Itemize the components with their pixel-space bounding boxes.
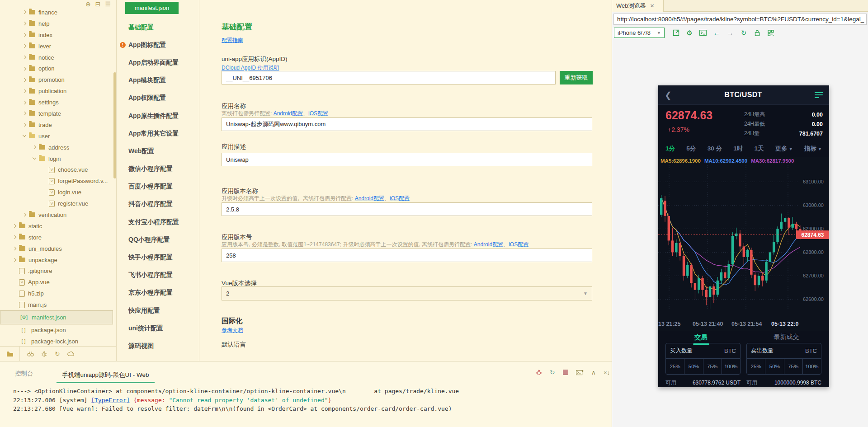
- tree-item-package.json[interactable]: [ ]package.json: [0, 324, 113, 336]
- back-chevron-icon[interactable]: ❮: [665, 90, 672, 100]
- refresh-project-icon[interactable]: ↻: [55, 350, 60, 357]
- stop-icon[interactable]: [563, 370, 568, 375]
- manifest-menu-item[interactable]: 快手小程序配置: [117, 249, 199, 266]
- lock-icon[interactable]: [750, 30, 764, 36]
- new-terminal-icon[interactable]: [576, 370, 584, 375]
- dropdown-指标[interactable]: 指标▼: [804, 145, 822, 153]
- sell-amount-input[interactable]: 卖出数量: [751, 347, 774, 355]
- manifest-file-tab[interactable]: manifest.json: [125, 2, 179, 14]
- back-icon[interactable]: ←: [710, 29, 723, 37]
- manifest-menu-item[interactable]: App模块配置: [117, 72, 199, 89]
- manifest-menu-item[interactable]: 微信小程序配置: [117, 160, 199, 178]
- android-config-link[interactable]: Android配置: [274, 110, 303, 117]
- manifest-menu-item[interactable]: 飞书小程序配置: [117, 267, 199, 284]
- percent-button-50%[interactable]: 50%: [765, 359, 784, 374]
- tree-item-unimodules[interactable]: uni_modules: [0, 243, 113, 254]
- appid-input[interactable]: __UNI__6951706: [222, 71, 556, 84]
- chevron-right-icon[interactable]: [12, 223, 19, 229]
- chevron-down-icon[interactable]: [32, 156, 39, 161]
- tree-item-register.vue[interactable]: Vregister.vue: [0, 198, 113, 209]
- percent-button-75%[interactable]: 75%: [703, 359, 722, 374]
- file-tree-scrollbar[interactable]: [113, 72, 116, 178]
- app-name-input[interactable]: Uniswap-起步源码网www.qibuym.com: [222, 117, 592, 131]
- tree-item-App.vue[interactable]: VApp.vue: [0, 277, 113, 288]
- manifest-menu-item[interactable]: App权限配置: [117, 89, 199, 107]
- reload-icon[interactable]: ↻: [737, 29, 750, 37]
- dropdown-更多[interactable]: 更多▼: [775, 145, 793, 153]
- device-select[interactable]: iPhone 6/7/8▼: [614, 28, 665, 38]
- forward-icon[interactable]: →: [723, 29, 737, 37]
- percent-button-100%[interactable]: 100%: [722, 359, 740, 374]
- manifest-menu-item[interactable]: 京东小程序配置: [117, 284, 199, 302]
- manifest-menu-item[interactable]: App常用其它设置: [117, 125, 199, 142]
- tree-item-package-lock.json[interactable]: [ ]package-lock.json: [0, 336, 113, 347]
- manifest-menu-item[interactable]: App启动界面配置: [117, 54, 199, 71]
- chevron-right-icon[interactable]: [22, 122, 29, 127]
- search-binoculars-icon[interactable]: [27, 351, 34, 357]
- chevron-right-icon[interactable]: [22, 212, 29, 217]
- tree-item-finance[interactable]: finance: [0, 7, 113, 18]
- tree-item-verification[interactable]: verification: [0, 209, 113, 221]
- chevron-right-icon[interactable]: [12, 235, 19, 240]
- market-list-icon[interactable]: [815, 92, 823, 98]
- project-view-tab[interactable]: [0, 347, 20, 361]
- manifest-menu-item[interactable]: !App图标配置: [117, 36, 199, 54]
- browser-url-input[interactable]: http://localhost:8080/h5/#/pages/trade/k…: [613, 14, 867, 25]
- chevron-down-icon[interactable]: [22, 133, 29, 139]
- manifest-menu-item[interactable]: 抖音小程序配置: [117, 196, 199, 213]
- manifest-menu-item[interactable]: QQ小程序配置: [117, 231, 199, 249]
- manifest-menu-item[interactable]: 支付宝小程序配置: [117, 213, 199, 231]
- debug-bug-icon[interactable]: [536, 370, 542, 375]
- timeframe-1时[interactable]: 1时: [733, 145, 743, 153]
- tree-item-option[interactable]: option: [0, 63, 113, 74]
- settings-gear-icon[interactable]: ⚙: [683, 29, 696, 37]
- tree-item-help[interactable]: help: [0, 18, 113, 29]
- ios-config-link[interactable]: iOS配置: [308, 110, 328, 117]
- manifest-menu-item[interactable]: uni统计配置: [117, 319, 199, 337]
- manifest-menu-item[interactable]: 快应用配置: [117, 302, 199, 319]
- browser-tab[interactable]: Web浏览器 ✕: [612, 0, 664, 12]
- debug-bug-icon[interactable]: [41, 351, 47, 357]
- chevron-right-icon[interactable]: [22, 66, 29, 71]
- vue-version-select[interactable]: 2▼: [222, 286, 592, 300]
- tree-item-manifest.json[interactable]: [⚙]manifest.json: [0, 310, 113, 324]
- chevron-right-icon[interactable]: [22, 89, 29, 94]
- manifest-menu-item[interactable]: 基础配置: [117, 19, 199, 36]
- config-guide-link[interactable]: 配置指南: [222, 37, 243, 43]
- chevron-right-icon[interactable]: [22, 21, 29, 26]
- tree-item-login[interactable]: login: [0, 153, 113, 164]
- app-desc-input[interactable]: Uniswap: [222, 153, 592, 166]
- percent-button-25%[interactable]: 25%: [747, 359, 765, 374]
- tree-item-.gitignore[interactable]: .gitignore: [0, 265, 113, 277]
- tree-item-static[interactable]: static: [0, 221, 113, 232]
- tree-item-lever[interactable]: lever: [0, 41, 113, 52]
- chevron-right-icon[interactable]: [22, 43, 29, 49]
- tree-item-promotion[interactable]: promotion: [0, 74, 113, 85]
- kline-chart-svg[interactable]: 63100.0063000.0062900.0062800.0062700.00…: [658, 165, 829, 314]
- manifest-menu-item[interactable]: 源码视图: [117, 337, 199, 355]
- android-config-link3[interactable]: Android配置: [474, 241, 503, 248]
- ios-config-link3[interactable]: iOS配置: [509, 241, 528, 248]
- tree-item-template[interactable]: template: [0, 108, 113, 119]
- timeframe-1分[interactable]: 1分: [665, 145, 675, 153]
- tree-item-publication[interactable]: publication: [0, 85, 113, 97]
- chevron-right-icon[interactable]: [22, 32, 29, 38]
- chevron-right-icon[interactable]: [22, 55, 29, 60]
- chevron-right-icon[interactable]: [12, 257, 19, 263]
- dcloud-appid-doc-link[interactable]: DCloud AppID 使用说明: [222, 65, 279, 71]
- manifest-menu-item[interactable]: 百度小程序配置: [117, 178, 199, 196]
- manifest-menu-item[interactable]: Web配置: [117, 142, 199, 160]
- percent-button-100%[interactable]: 100%: [803, 359, 821, 374]
- percent-button-25%[interactable]: 25%: [666, 359, 684, 374]
- open-external-icon[interactable]: [669, 29, 683, 36]
- collapse-panel-icon[interactable]: ∧: [591, 369, 596, 376]
- timeframe-1天[interactable]: 1天: [755, 145, 764, 153]
- percent-button-75%[interactable]: 75%: [784, 359, 803, 374]
- android-config-link2[interactable]: Android配置: [355, 195, 384, 202]
- tree-item-choose.vue[interactable]: Vchoose.vue: [0, 164, 113, 175]
- chevron-right-icon[interactable]: [22, 100, 29, 105]
- tab-trade[interactable]: 交易: [694, 333, 708, 342]
- version-code-input[interactable]: 258: [222, 249, 592, 262]
- chevron-right-icon[interactable]: [32, 145, 39, 150]
- ios-config-link2[interactable]: iOS配置: [390, 195, 410, 202]
